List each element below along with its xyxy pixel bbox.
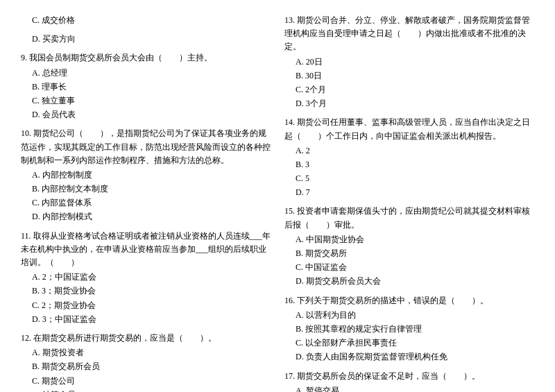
option-c-price: C. 成交价格 — [21, 14, 271, 27]
question-9-option-c: C. 独立董事 — [32, 94, 271, 108]
question-12-option-a: A. 期货投资者 — [32, 346, 271, 359]
question-14-option-d: D. 7 — [296, 186, 534, 199]
option-label: D. 买卖方向 — [32, 33, 271, 46]
left-column: C. 成交价格 D. 买卖方向 9. 我国会员制期货交易所会员大会由（ ）主持。… — [21, 14, 271, 392]
question-16-option-b: B. 按照其章程的规定实行自律管理 — [296, 323, 534, 336]
question-9: 9. 我国会员制期货交易所会员大会由（ ）主持。 A. 总经理 B. 理事长 C… — [21, 51, 271, 121]
question-13-option-d: D. 3个月 — [296, 97, 534, 110]
question-14: 14. 期货公司任用董事、监事和高级管理人员，应当自作出决定之日起（ ）个工作日… — [284, 116, 534, 199]
question-12-option-b: B. 期货交易所会员 — [32, 360, 271, 373]
question-11: 11. 取得从业资格考试合格证明或者被注销从业资格的人员连续___年未在机构中执… — [21, 230, 271, 326]
question-16-title: 16. 下列关于期货交易所的描述中，错误的是（ ）。 — [284, 294, 534, 307]
question-16-option-c: C. 以全部财产承担民事责任 — [296, 336, 534, 350]
question-13-option-a: A. 20日 — [296, 56, 534, 69]
question-12: 12. 在期货交易所进行期货交易的，应当是（ ）。 A. 期货投资者 B. 期货… — [21, 332, 271, 392]
question-17: 17. 期货交易所会员的保证金不足时，应当（ ）。 A. 暂停交易 B. 终止交… — [284, 370, 534, 393]
question-13-title: 13. 期货公司合并、分立、停业、解散或者破产，国务院期货监督管理机构应当自受理… — [284, 14, 534, 54]
question-14-title: 14. 期货公司任用董事、监事和高级管理人员，应当自作出决定之日起（ ）个工作日… — [284, 116, 534, 142]
question-9-option-d: D. 会员代表 — [32, 108, 271, 121]
question-13-option-b: B. 30日 — [296, 69, 534, 83]
question-16: 16. 下列关于期货交易所的描述中，错误的是（ ）。 A. 以营利为目的 B. … — [284, 294, 534, 364]
question-9-title: 9. 我国会员制期货交易所会员大会由（ ）主持。 — [21, 51, 271, 65]
question-16-option-d: D. 负责人由国务院期货监督管理机构任免 — [296, 350, 534, 364]
question-14-option-a: A. 2 — [296, 144, 534, 157]
question-15-option-b: B. 期货交易所 — [296, 247, 534, 260]
question-13: 13. 期货公司合并、分立、停业、解散或者破产，国务院期货监督管理机构应当自受理… — [284, 14, 534, 110]
question-15-option-a: A. 中国期货业协会 — [296, 233, 534, 246]
question-14-option-c: C. 5 — [296, 172, 534, 185]
question-11-option-a: A. 2；中国证监会 — [32, 271, 271, 284]
question-15-option-d: D. 期货交易所会员大会 — [296, 275, 534, 288]
question-15: 15. 投资者申请套期保值头寸的，应由期货纪公司就其提交材料审核后报（ ）审批。… — [284, 205, 534, 288]
question-9-option-b: B. 理事长 — [32, 80, 271, 94]
question-11-title: 11. 取得从业资格考试合格证明或者被注销从业资格的人员连续___年未在机构中执… — [21, 230, 271, 270]
question-10-option-c: C. 内部监督体系 — [32, 196, 271, 210]
question-12-option-d: D. 结算会员 — [32, 389, 271, 392]
question-17-option-a: A. 暂停交易 — [296, 384, 534, 392]
question-15-option-c: C. 中国证监会 — [296, 261, 534, 274]
option-label: C. 成交价格 — [32, 14, 271, 27]
question-16-option-a: A. 以营利为目的 — [296, 309, 534, 322]
page-content: C. 成交价格 D. 买卖方向 9. 我国会员制期货交易所会员大会由（ ）主持。… — [21, 14, 534, 392]
question-10-title: 10. 期货纪公司（ ），是指期货纪公司为了保证其各项业务的规范运作，实现其既定… — [21, 127, 271, 167]
question-10-option-d: D. 内部控制模式 — [32, 210, 271, 223]
question-11-option-c: C. 2；期货业协会 — [32, 299, 271, 312]
question-13-option-c: C. 2个月 — [296, 83, 534, 96]
question-12-option-c: C. 期货公司 — [32, 375, 271, 388]
option-d-direction: D. 买卖方向 — [21, 33, 271, 46]
question-9-option-a: A. 总经理 — [32, 67, 271, 80]
question-14-option-b: B. 3 — [296, 158, 534, 171]
right-column: 13. 期货公司合并、分立、停业、解散或者破产，国务院期货监督管理机构应当自受理… — [284, 14, 534, 392]
question-11-option-b: B. 3；期货业协会 — [32, 284, 271, 298]
question-10: 10. 期货纪公司（ ），是指期货纪公司为了保证其各项业务的规范运作，实现其既定… — [21, 127, 271, 223]
question-12-title: 12. 在期货交易所进行期货交易的，应当是（ ）。 — [21, 332, 271, 345]
question-11-option-d: D. 3；中国证监会 — [32, 313, 271, 326]
question-10-option-a: A. 内部控制制度 — [32, 169, 271, 182]
question-10-option-b: B. 内部控制文本制度 — [32, 182, 271, 196]
question-15-title: 15. 投资者申请套期保值头寸的，应由期货纪公司就其提交材料审核后报（ ）审批。 — [284, 205, 534, 231]
question-17-title: 17. 期货交易所会员的保证金不足时，应当（ ）。 — [284, 370, 534, 383]
